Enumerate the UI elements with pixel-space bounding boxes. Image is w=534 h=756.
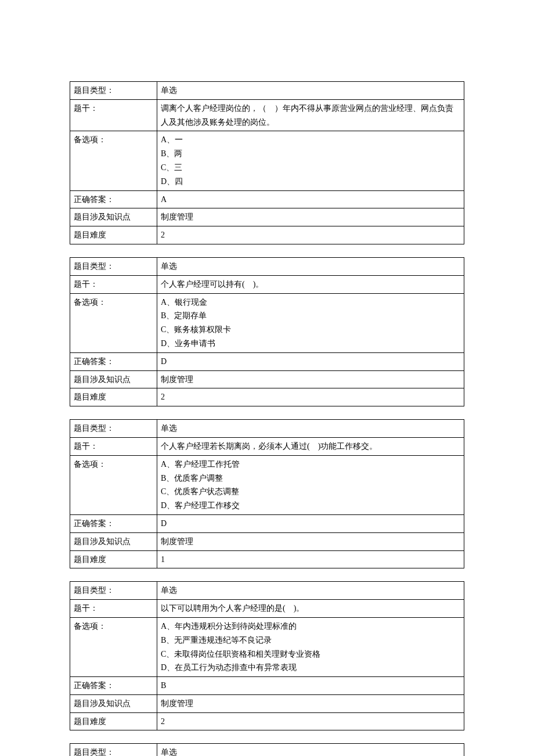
label-point: 题目涉及知识点	[70, 694, 157, 712]
row-point: 题目涉及知识点 制度管理	[70, 370, 464, 388]
label-options: 备选项：	[70, 455, 157, 514]
document-page: 题目类型： 单选 题干： 调离个人客户经理岗位的，（ ）年内不得从事原营业网点的…	[0, 0, 534, 756]
value-type: 单选	[157, 420, 464, 438]
label-difficulty: 题目难度	[70, 388, 157, 406]
row-options: 备选项： A、一 B、两 C、三 D、四	[70, 131, 464, 190]
option-d: D、客户经理工作移交	[161, 499, 460, 513]
row-answer: 正确答案： B	[70, 677, 464, 695]
row-difficulty: 题目难度 1	[70, 550, 464, 568]
row-point: 题目涉及知识点 制度管理	[70, 532, 464, 550]
label-type: 题目类型：	[70, 744, 157, 756]
value-type: 单选	[157, 582, 464, 600]
row-point: 题目涉及知识点 制度管理	[70, 208, 464, 226]
row-options: 备选项： A、银行现金 B、定期存单 C、账务核算权限卡 D、业务申请书	[70, 293, 464, 352]
label-stem: 题干：	[70, 99, 157, 131]
row-answer: 正确答案： D	[70, 352, 464, 370]
option-d: D、四	[161, 175, 460, 189]
row-stem: 题干： 以下可以聘用为个人客户经理的是( )。	[70, 600, 464, 618]
question-table: 题目类型： 单选 题干： 调离个人客户经理岗位的，（ ）年内不得从事原营业网点的…	[70, 81, 464, 244]
label-difficulty: 题目难度	[70, 226, 157, 244]
row-answer: 正确答案： A	[70, 190, 464, 208]
label-difficulty: 题目难度	[70, 712, 157, 730]
row-options: 备选项： A、年内违规积分达到待岗处理标准的 B、无严重违规违纪等不良记录 C、…	[70, 617, 464, 676]
value-answer: D	[157, 352, 464, 370]
label-options: 备选项：	[70, 617, 157, 676]
question-table: 题目类型： 单选 题干： 个人客户经理若长期离岗，必须本人通过( )功能工作移交…	[70, 419, 464, 568]
value-type: 单选	[157, 257, 464, 275]
option-c: C、优质客户状态调整	[161, 485, 460, 499]
option-a: A、客户经理工作托管	[161, 458, 460, 471]
value-difficulty: 2	[157, 712, 464, 730]
option-b: B、两	[161, 147, 460, 161]
label-difficulty: 题目难度	[70, 550, 157, 568]
label-type: 题目类型：	[70, 257, 157, 275]
option-a: A、银行现金	[161, 296, 460, 309]
row-point: 题目涉及知识点 制度管理	[70, 694, 464, 712]
row-stem: 题干： 个人客户经理若长期离岗，必须本人通过( )功能工作移交。	[70, 437, 464, 455]
question-table: 题目类型： 单选 题干： 个人客户经理可以持有( )。 备选项： A、银行现金 …	[70, 257, 464, 406]
value-point: 制度管理	[157, 532, 464, 550]
value-difficulty: 2	[157, 388, 464, 406]
value-point: 制度管理	[157, 208, 464, 226]
label-point: 题目涉及知识点	[70, 532, 157, 550]
row-type: 题目类型： 单选	[70, 420, 464, 438]
label-type: 题目类型：	[70, 82, 157, 100]
value-options: A、一 B、两 C、三 D、四	[157, 131, 464, 190]
label-answer: 正确答案：	[70, 677, 157, 695]
label-stem: 题干：	[70, 275, 157, 293]
option-b: B、定期存单	[161, 309, 460, 323]
option-c: C、账务核算权限卡	[161, 323, 460, 337]
label-stem: 题干：	[70, 437, 157, 455]
value-stem: 以下可以聘用为个人客户经理的是( )。	[157, 600, 464, 618]
option-b: B、优质客户调整	[161, 471, 460, 485]
value-stem: 个人客户经理若长期离岗，必须本人通过( )功能工作移交。	[157, 437, 464, 455]
label-answer: 正确答案：	[70, 190, 157, 208]
option-c: C、三	[161, 161, 460, 175]
label-answer: 正确答案：	[70, 514, 157, 532]
label-answer: 正确答案：	[70, 352, 157, 370]
row-difficulty: 题目难度 2	[70, 226, 464, 244]
label-options: 备选项：	[70, 131, 157, 190]
label-options: 备选项：	[70, 293, 157, 352]
row-type: 题目类型： 单选	[70, 257, 464, 275]
row-stem: 题干： 调离个人客户经理岗位的，（ ）年内不得从事原营业网点的营业经理、网点负责…	[70, 99, 464, 131]
value-difficulty: 1	[157, 550, 464, 568]
option-b: B、无严重违规违纪等不良记录	[161, 633, 460, 647]
option-c: C、未取得岗位任职资格和相关理财专业资格	[161, 647, 460, 661]
value-type: 单选	[157, 744, 464, 756]
row-type: 题目类型： 单选	[70, 744, 464, 756]
question-table: 题目类型： 单选 题干： 以下可以聘用为个人客户经理的是( )。 备选项： A、…	[70, 581, 464, 730]
label-stem: 题干：	[70, 600, 157, 618]
value-options: A、银行现金 B、定期存单 C、账务核算权限卡 D、业务申请书	[157, 293, 464, 352]
value-options: A、客户经理工作托管 B、优质客户调整 C、优质客户状态调整 D、客户经理工作移…	[157, 455, 464, 514]
label-type: 题目类型：	[70, 420, 157, 438]
label-type: 题目类型：	[70, 582, 157, 600]
value-point: 制度管理	[157, 370, 464, 388]
value-options: A、年内违规积分达到待岗处理标准的 B、无严重违规违纪等不良记录 C、未取得岗位…	[157, 617, 464, 676]
row-answer: 正确答案： D	[70, 514, 464, 532]
row-type: 题目类型： 单选	[70, 82, 464, 100]
row-difficulty: 题目难度 2	[70, 712, 464, 730]
value-answer: B	[157, 677, 464, 695]
value-difficulty: 2	[157, 226, 464, 244]
value-stem: 调离个人客户经理岗位的，（ ）年内不得从事原营业网点的营业经理、网点负责人及其他…	[157, 99, 464, 131]
option-a: A、一	[161, 133, 460, 147]
value-point: 制度管理	[157, 694, 464, 712]
value-answer: D	[157, 514, 464, 532]
row-options: 备选项： A、客户经理工作托管 B、优质客户调整 C、优质客户状态调整 D、客户…	[70, 455, 464, 514]
option-d: D、在员工行为动态排查中有异常表现	[161, 661, 460, 675]
row-difficulty: 题目难度 2	[70, 388, 464, 406]
label-point: 题目涉及知识点	[70, 208, 157, 226]
row-type: 题目类型： 单选	[70, 582, 464, 600]
label-point: 题目涉及知识点	[70, 370, 157, 388]
question-table-partial: 题目类型： 单选	[70, 743, 464, 756]
option-a: A、年内违规积分达到待岗处理标准的	[161, 620, 460, 633]
row-stem: 题干： 个人客户经理可以持有( )。	[70, 275, 464, 293]
option-d: D、业务申请书	[161, 337, 460, 351]
value-stem: 个人客户经理可以持有( )。	[157, 275, 464, 293]
value-answer: A	[157, 190, 464, 208]
value-type: 单选	[157, 82, 464, 100]
